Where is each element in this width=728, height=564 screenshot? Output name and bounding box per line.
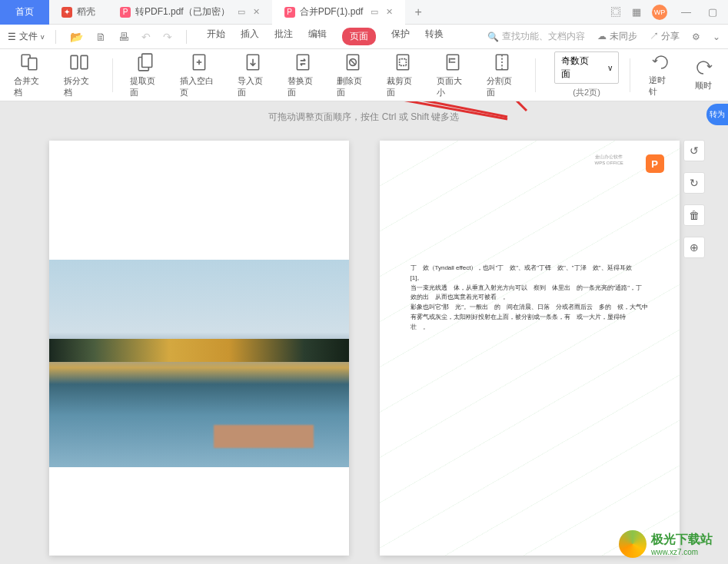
page-selector-group: 奇数页面 v (共2页) xyxy=(554,51,620,98)
dropdown-label: 奇数页面 xyxy=(561,55,593,81)
pdf-icon: P xyxy=(120,7,131,18)
brand-name: 极光下载站 xyxy=(651,532,713,548)
menubar: ☰ 文件 v 📂 🗎 🖶 ↶ ↷ 开始 插入 批注 编辑 页面 保护 转换 🔍 … xyxy=(0,25,728,49)
tool-label: 插入空白页 xyxy=(180,75,219,98)
titlebar-right: ⿴ ▦ WP ― ▢ xyxy=(603,5,728,20)
layout2-icon[interactable]: ▦ xyxy=(632,6,641,18)
close-icon[interactable]: ✕ xyxy=(386,7,393,17)
menu-insert[interactable]: 插入 xyxy=(241,28,259,45)
minimize-button[interactable]: ― xyxy=(678,6,694,18)
menu-page[interactable]: 页面 xyxy=(342,28,376,45)
menu-start[interactable]: 开始 xyxy=(207,28,225,45)
svg-rect-5 xyxy=(142,54,152,67)
tab-label: 转PDF1.pdf（已加密） xyxy=(135,5,230,18)
hamburger-icon: ☰ xyxy=(8,32,16,42)
page1-image xyxy=(49,260,349,467)
svg-rect-10 xyxy=(297,55,308,70)
delete-icon xyxy=(343,52,363,72)
tool-label: 合并文档 xyxy=(14,75,45,98)
tool-label: 顺时 xyxy=(695,80,712,91)
tab-home[interactable]: 首页 xyxy=(0,0,49,25)
menu-protect[interactable]: 保护 xyxy=(391,28,410,45)
content-area: 可拖动调整页面顺序，按住 Ctrl 或 Shift 键多选 转为 P 金山办公软… xyxy=(0,101,728,564)
search-icon: 🔍 xyxy=(487,32,499,42)
replace-button[interactable]: 替换页面 xyxy=(281,52,325,98)
tool-label: 删除页面 xyxy=(337,75,368,98)
divider xyxy=(535,58,536,92)
tool-label: 页面大小 xyxy=(437,75,468,98)
insert-blank-icon xyxy=(189,52,209,72)
restore-icon[interactable]: ▭ xyxy=(371,7,378,17)
search-box[interactable]: 🔍 查找功能、文档内容 xyxy=(487,30,585,43)
split-icon xyxy=(69,52,89,72)
tab-docer[interactable]: ✦ 稻壳 xyxy=(49,0,108,25)
layout1-icon[interactable]: ⿴ xyxy=(611,6,621,18)
side-buttons: ↺ ↻ 🗑 ⊕ xyxy=(683,140,705,258)
delete-page-button[interactable]: 🗑 xyxy=(683,204,705,226)
extract-button[interactable]: 提取页面 xyxy=(124,52,168,98)
tab-merged-pdf[interactable]: P 合并PDF(1).pdf ▭ ✕ xyxy=(272,0,406,25)
menu-edit[interactable]: 编辑 xyxy=(308,28,327,45)
print-icon[interactable]: 🖶 xyxy=(115,31,132,43)
close-icon[interactable]: ✕ xyxy=(253,7,260,17)
page-thumb-2[interactable]: P 金山办公软件WPS OFFICE 丁 效（Tyndall effect），也… xyxy=(380,141,680,556)
tool-label: 导入页面 xyxy=(238,75,269,98)
watermark-bg xyxy=(380,141,680,556)
menu-annotate[interactable]: 批注 xyxy=(274,28,293,45)
split-button[interactable]: 拆分文档 xyxy=(58,52,101,98)
import-button[interactable]: 导入页面 xyxy=(231,52,275,98)
rotate-right-button[interactable]: ↻ xyxy=(683,172,705,194)
new-tab-button[interactable]: + xyxy=(405,5,430,19)
menu-convert[interactable]: 转换 xyxy=(425,28,444,45)
page-thumb-1[interactable] xyxy=(49,141,349,556)
svg-rect-2 xyxy=(71,55,78,68)
rotate-cw-button[interactable]: 顺时 xyxy=(686,58,720,91)
insert-blank-button[interactable]: 插入空白页 xyxy=(174,52,225,98)
share-button[interactable]: ↗ 分享 xyxy=(650,30,680,43)
delete-button[interactable]: 删除页面 xyxy=(331,52,374,98)
add-page-button[interactable]: ⊕ xyxy=(683,237,705,258)
settings-icon[interactable]: ⚙ xyxy=(692,32,700,42)
pagesize-icon xyxy=(443,52,463,72)
docer-icon: ✦ xyxy=(61,7,72,18)
convert-float-badge[interactable]: 转为 xyxy=(706,104,728,125)
user-avatar[interactable]: WP xyxy=(652,5,667,20)
merge-button[interactable]: 合并文档 xyxy=(8,52,52,98)
open-icon[interactable]: 📂 xyxy=(67,31,86,43)
rotate-ccw-icon xyxy=(652,53,670,71)
sync-status[interactable]: ☁ 未同步 xyxy=(597,30,637,43)
file-menu[interactable]: ☰ 文件 v xyxy=(8,30,45,43)
tab-pdf1[interactable]: P 转PDF1.pdf（已加密） ▭ ✕ xyxy=(108,0,272,25)
rotate-ccw-button[interactable]: 逆时针 xyxy=(641,53,680,98)
save-icon[interactable]: 🗎 xyxy=(92,31,109,43)
merge-icon xyxy=(19,52,39,72)
svg-line-13 xyxy=(351,59,356,65)
pdf-icon: P xyxy=(284,7,295,18)
tab-label: 稻壳 xyxy=(77,5,95,18)
svg-rect-1 xyxy=(28,58,37,69)
toolbar: 合并文档 拆分文档 提取页面 插入空白页 导入页面 替换页面 删除页面 裁剪页面… xyxy=(0,49,728,101)
svg-rect-14 xyxy=(397,55,408,70)
undo-icon[interactable]: ↶ xyxy=(138,31,154,43)
page-filter-dropdown[interactable]: 奇数页面 v xyxy=(554,51,620,84)
chevron-icon[interactable]: ⌄ xyxy=(713,32,720,42)
crop-button[interactable]: 裁剪页面 xyxy=(381,52,424,98)
menubar-right: 🔍 查找功能、文档内容 ☁ 未同步 ↗ 分享 ⚙ ⌄ xyxy=(487,30,720,43)
rotate-left-button[interactable]: ↺ xyxy=(683,140,705,161)
redo-icon[interactable]: ↷ xyxy=(160,31,175,43)
maximize-button[interactable]: ▢ xyxy=(705,6,720,18)
tool-label: 替换页面 xyxy=(288,75,319,98)
brand-swirl-icon xyxy=(619,530,647,558)
restore-icon[interactable]: ▭ xyxy=(238,7,245,17)
tool-label: 提取页面 xyxy=(130,75,161,98)
brand-watermark: 极光下载站 www.xz7.com xyxy=(619,530,713,558)
page2-body-text: 丁 效（Tyndall effect），也叫"丁 效"、或者"丁铎 效"、"丁泽… xyxy=(411,264,649,333)
pagesize-button[interactable]: 页面大小 xyxy=(430,52,474,98)
file-label: 文件 xyxy=(19,30,38,43)
extract-icon xyxy=(135,52,155,72)
splitpage-button[interactable]: 分割页面 xyxy=(480,52,524,98)
wps-logo-icon: P xyxy=(646,154,664,173)
divider xyxy=(630,58,630,92)
brand-url: www.xz7.com xyxy=(651,548,713,556)
wps-logo-text: 金山办公软件WPS OFFICE xyxy=(595,154,641,167)
